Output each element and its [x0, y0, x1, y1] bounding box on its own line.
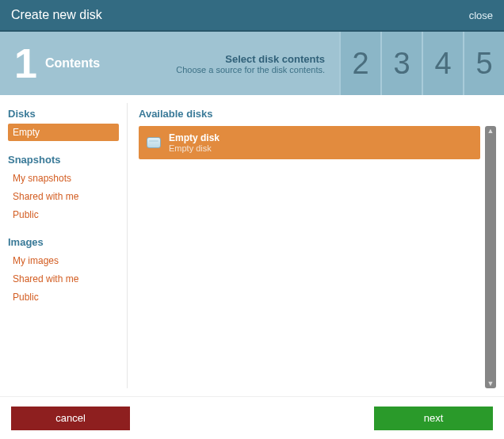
sidebar-head-disks: Disks — [8, 103, 119, 123]
next-button[interactable]: next — [374, 407, 493, 430]
sidebar-head-snapshots: Snapshots — [8, 149, 119, 169]
scroll-up-icon[interactable]: ▲ — [485, 126, 496, 136]
footer: cancel next — [0, 396, 504, 439]
wizard-step-5[interactable]: 5 — [463, 32, 504, 95]
disk-icon — [147, 137, 161, 148]
close-button[interactable]: close — [469, 10, 493, 21]
main-heading: Available disks — [139, 103, 496, 126]
wizard-step-2[interactable]: 2 — [339, 32, 380, 95]
step-description: Select disk contents Choose a source for… — [176, 53, 325, 74]
step-subdesc: Choose a source for the disk contents. — [176, 65, 325, 74]
wizard-step-3[interactable]: 3 — [380, 32, 422, 95]
disk-row-empty[interactable]: Empty disk Empty disk — [139, 126, 480, 159]
step-number: 1 — [14, 43, 37, 84]
sidebar-head-images: Images — [8, 231, 119, 251]
wizard-steps: 1 Contents Select disk contents Choose a… — [0, 32, 504, 95]
main-panel: Available disks Empty disk Empty disk ▲ … — [127, 103, 496, 388]
dialog-window: Create new disk close 1 Contents Select … — [0, 0, 504, 439]
scrollbar[interactable]: ▲ ▼ — [485, 126, 496, 388]
sidebar-item-my-images[interactable]: My images — [8, 252, 119, 269]
disk-title: Empty disk — [169, 132, 220, 143]
list-wrap: Empty disk Empty disk ▲ ▼ — [139, 126, 496, 388]
disk-subtitle: Empty disk — [169, 143, 220, 153]
sidebar-item-empty[interactable]: Empty — [8, 124, 119, 141]
disk-text: Empty disk Empty disk — [169, 132, 220, 153]
cancel-button[interactable]: cancel — [11, 407, 130, 430]
step-subtitle: Select disk contents — [176, 53, 325, 65]
sidebar-item-shared-snapshots[interactable]: Shared with me — [8, 188, 119, 205]
scroll-down-icon[interactable]: ▼ — [485, 379, 496, 388]
dialog-title: Create new disk — [11, 8, 469, 22]
content-area: Disks Empty Snapshots My snapshots Share… — [0, 95, 504, 396]
disk-list: Empty disk Empty disk — [139, 126, 480, 388]
sidebar-item-my-snapshots[interactable]: My snapshots — [8, 170, 119, 187]
titlebar: Create new disk close — [0, 0, 504, 32]
wizard-step-4[interactable]: 4 — [422, 32, 463, 95]
sidebar-item-public-snapshots[interactable]: Public — [8, 206, 119, 223]
sidebar-item-public-images[interactable]: Public — [8, 288, 119, 306]
step-body: Contents — [45, 56, 176, 71]
sidebar: Disks Empty Snapshots My snapshots Share… — [8, 103, 119, 388]
step-name: Contents — [45, 56, 176, 71]
sidebar-item-shared-images[interactable]: Shared with me — [8, 270, 119, 288]
wizard-step-current: 1 Contents Select disk contents Choose a… — [0, 32, 339, 95]
